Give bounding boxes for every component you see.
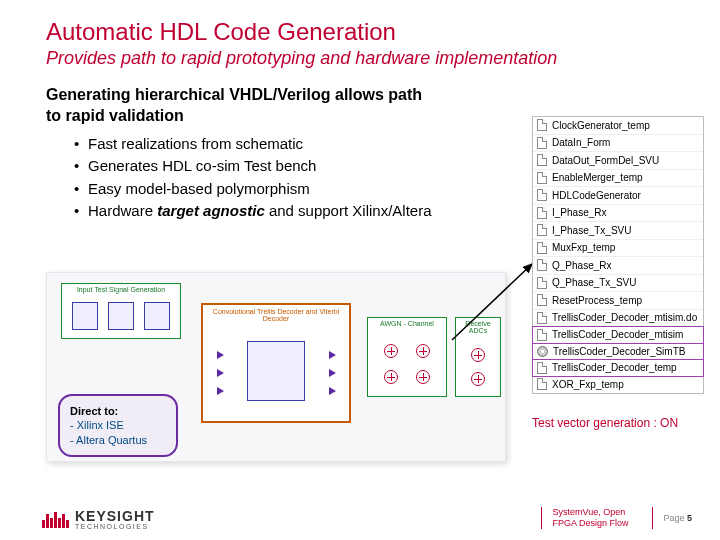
block-input-signal: Input Test Signal Generation xyxy=(61,283,181,339)
page-number: Page 5 xyxy=(663,513,692,523)
divider xyxy=(541,507,542,529)
file-name: ClockGenerator_temp xyxy=(552,120,650,131)
file-row[interactable]: TrellisCoder_Decoder_mtisim xyxy=(532,326,704,344)
file-list-panel: ClockGenerator_tempDataIn_FormDataOut_Fo… xyxy=(532,116,704,394)
file-name: EnableMerger_temp xyxy=(552,172,643,183)
file-row[interactable]: TrellisCoder_Decoder_SimTB xyxy=(532,343,704,361)
bullet-text: and support Xilinx/Altera xyxy=(265,202,432,219)
file-icon xyxy=(537,224,547,236)
file-name: I_Phase_Rx xyxy=(552,207,606,218)
file-row[interactable]: I_Phase_Tx_SVU xyxy=(533,222,703,240)
file-name: MuxFxp_temp xyxy=(552,242,615,253)
bullet-text: Hardware xyxy=(88,202,157,219)
file-icon xyxy=(537,362,547,374)
file-name: ResetProcess_temp xyxy=(552,295,642,306)
divider xyxy=(652,507,653,529)
file-icon xyxy=(537,189,547,201)
file-name: TrellisCoder_Decoder_SimTB xyxy=(553,346,685,357)
file-row[interactable]: TrellisCoder_Decoder_temp xyxy=(532,359,704,377)
file-name: TrellisCoder_Decoder_mtisim.do xyxy=(552,312,697,323)
file-icon xyxy=(537,294,547,306)
callout-line: - Altera Quartus xyxy=(70,433,166,447)
callout-head: Direct to: xyxy=(70,404,166,418)
file-icon xyxy=(537,137,547,149)
file-row[interactable]: DataIn_Form xyxy=(533,135,703,153)
file-icon xyxy=(537,172,547,184)
file-row[interactable]: DataOut_FormDel_SVU xyxy=(533,152,703,170)
bullet-em: target agnostic xyxy=(157,202,265,219)
callout-line: - Xilinx ISE xyxy=(70,418,166,432)
file-row[interactable]: MuxFxp_temp xyxy=(533,240,703,258)
slide-footer: KEYSIGHT TECHNOLOGIES SystemVue, Open FP… xyxy=(0,494,720,540)
footer-meta: SystemVue, Open FPGA Design Flow Page 5 xyxy=(541,507,692,530)
file-icon xyxy=(537,312,547,324)
file-name: Q_Phase_Rx xyxy=(552,260,611,271)
file-icon xyxy=(537,378,547,390)
brand-name: KEYSIGHT xyxy=(75,509,155,523)
slide-title: Automatic HDL Code Generation xyxy=(0,0,720,46)
gear-icon xyxy=(537,346,548,357)
file-row[interactable]: I_Phase_Rx xyxy=(533,205,703,223)
direct-to-callout: Direct to: - Xilinx ISE - Altera Quartus xyxy=(58,394,178,457)
file-name: Q_Phase_Tx_SVU xyxy=(552,277,637,288)
file-name: XOR_Fxp_temp xyxy=(552,379,624,390)
file-row[interactable]: ClockGenerator_temp xyxy=(533,117,703,135)
svg-line-0 xyxy=(452,264,532,340)
file-icon xyxy=(537,329,547,341)
file-name: TrellisCoder_Decoder_mtisim xyxy=(552,329,683,340)
file-name: HDLCodeGenerator xyxy=(552,190,641,201)
keysight-logo: KEYSIGHT TECHNOLOGIES xyxy=(42,509,155,530)
block-label: Convolutional Trellis Decoder and Viterb… xyxy=(203,305,349,325)
footer-meta-text: SystemVue, Open FPGA Design Flow xyxy=(552,507,642,530)
brand-sub: TECHNOLOGIES xyxy=(75,523,155,530)
file-icon xyxy=(537,259,547,271)
file-icon xyxy=(537,119,547,131)
file-icon xyxy=(537,154,547,166)
file-row[interactable]: XOR_Fxp_temp xyxy=(533,376,703,394)
file-icon xyxy=(537,277,547,289)
file-name: TrellisCoder_Decoder_temp xyxy=(552,362,677,373)
block-label: Input Test Signal Generation xyxy=(62,284,180,295)
test-vector-label: Test vector generation : ON xyxy=(532,416,678,430)
block-label: AWGN - Channel xyxy=(368,318,446,329)
file-name: I_Phase_Tx_SVU xyxy=(552,225,632,236)
slide-subtitle: Provides path to rapid prototyping and h… xyxy=(0,46,720,69)
file-row[interactable]: Q_Phase_Rx xyxy=(533,257,703,275)
file-name: DataIn_Form xyxy=(552,137,610,148)
lead-text: Generating hierarchical VHDL/Verilog all… xyxy=(0,69,440,127)
file-icon xyxy=(537,207,547,219)
file-row[interactable]: TrellisCoder_Decoder_mtisim.do xyxy=(533,310,703,328)
block-trellis-decoder: Convolutional Trellis Decoder and Viterb… xyxy=(201,303,351,423)
file-row[interactable]: EnableMerger_temp xyxy=(533,170,703,188)
file-row[interactable]: ResetProcess_temp xyxy=(533,292,703,310)
block-awgn: AWGN - Channel xyxy=(367,317,447,397)
file-row[interactable]: HDLCodeGenerator xyxy=(533,187,703,205)
logo-mark-icon xyxy=(42,512,69,528)
file-name: DataOut_FormDel_SVU xyxy=(552,155,659,166)
file-row[interactable]: Q_Phase_Tx_SVU xyxy=(533,275,703,293)
file-icon xyxy=(537,242,547,254)
